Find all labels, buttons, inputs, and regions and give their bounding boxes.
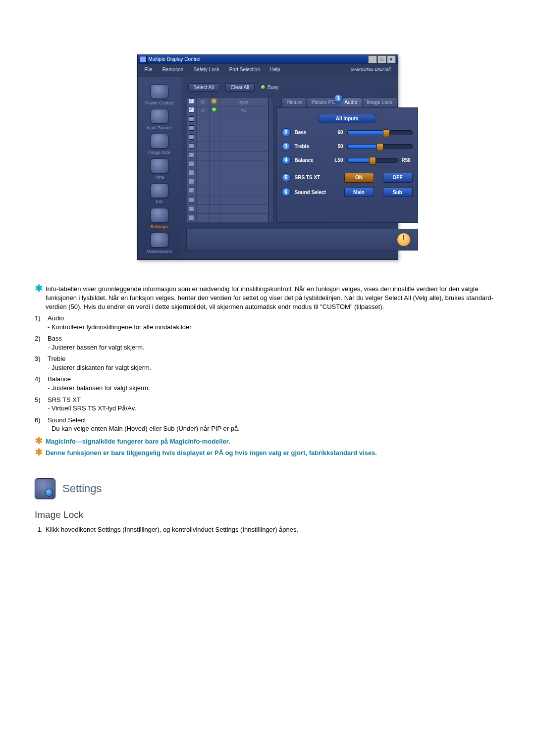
table-row[interactable] <box>186 187 268 196</box>
item-key: 6) <box>35 416 44 425</box>
row-checkbox[interactable] <box>189 125 194 131</box>
bass-slider[interactable] <box>347 130 413 135</box>
sidebar: Power Control Input Source Image Size Ti… <box>138 77 181 260</box>
table-row[interactable] <box>186 151 268 160</box>
grid-scrollbar[interactable] <box>268 98 273 223</box>
callout-6: 6 <box>282 188 291 197</box>
tab-audio[interactable]: 1 Audio <box>339 98 363 107</box>
srs-on-button[interactable]: ON <box>344 173 374 183</box>
window-minimize-button[interactable]: _ <box>368 55 377 63</box>
app-window: Multiple Display Control _ □ × File Remo… <box>137 54 398 260</box>
sound-main-button[interactable]: Main <box>344 188 374 198</box>
callout-1: 1 <box>334 94 343 103</box>
menu-safety-lock[interactable]: Safety Lock <box>188 65 224 74</box>
row-checkbox[interactable] <box>189 179 194 184</box>
item-title: SRS TS XT <box>48 396 81 404</box>
sidebar-item-power-control[interactable]: Power Control <box>140 84 179 106</box>
header-checkbox[interactable] <box>189 99 194 104</box>
sidebar-item-settings[interactable]: Settings <box>140 208 179 230</box>
item-key: 2) <box>35 334 44 343</box>
power-icon[interactable] <box>397 233 411 247</box>
header-person-icon <box>212 99 216 103</box>
tab-picture[interactable]: Picture <box>281 98 308 107</box>
callout-2: 2 <box>282 128 291 137</box>
select-all-button[interactable]: Select All <box>188 83 219 92</box>
note-availability: Denne funksjonen er bare tilgjengelig hv… <box>46 449 377 457</box>
clear-all-button[interactable]: Clear All <box>225 83 255 92</box>
settings-icon <box>151 208 168 223</box>
sidebar-item-image-size[interactable]: Image Size <box>140 134 179 155</box>
item-desc: - Du kan velge enten Main (Hoved) eller … <box>48 424 500 433</box>
item-key: 5) <box>35 396 44 404</box>
note-magicinfo: MagicInfo—signalkilde fungerer bare på M… <box>46 437 230 446</box>
image-size-icon <box>151 134 168 149</box>
row-checkbox[interactable] <box>189 116 194 122</box>
row-checkbox[interactable] <box>189 143 194 149</box>
menu-file[interactable]: File <box>140 65 158 74</box>
item-desc: - Justerer diskanten for valgt skjerm. <box>48 363 500 372</box>
window-close-button[interactable]: × <box>387 55 396 63</box>
instructions-list: Klikk hovedikonet Settings (Innstillinge… <box>35 525 500 534</box>
table-row[interactable] <box>186 214 268 223</box>
menu-remocon[interactable]: Remocon <box>158 65 189 74</box>
row-checkbox[interactable] <box>189 188 194 193</box>
sidebar-item-pip[interactable]: PIP <box>140 183 179 205</box>
sidebar-item-time[interactable]: Time <box>140 158 179 180</box>
table-row[interactable]: 0 PC <box>186 106 268 115</box>
sidebar-item-maintenance[interactable]: Maintenance <box>140 233 179 254</box>
toolbar: Select All Clear All Busy <box>186 82 418 95</box>
balance-label: Balance <box>295 157 325 164</box>
table-row[interactable] <box>186 124 268 133</box>
row-checkbox[interactable] <box>189 197 194 202</box>
item-key: 4) <box>35 375 44 384</box>
row-checkbox[interactable] <box>189 134 194 140</box>
table-row[interactable] <box>186 196 268 205</box>
bass-thumb[interactable] <box>383 129 390 137</box>
table-row[interactable] <box>186 133 268 142</box>
row-checkbox[interactable] <box>189 107 194 112</box>
pip-icon <box>151 183 168 198</box>
item-desc: - Justerer bassen for valgt skjerm. <box>48 343 500 352</box>
bass-value: 60 <box>329 129 343 136</box>
sound-select-label: Sound Select <box>295 189 334 196</box>
row-checkbox[interactable] <box>189 152 194 157</box>
menubar: File Remocon Safety Lock Port Selection … <box>138 64 398 77</box>
col-check <box>186 98 196 106</box>
row-id: 0 <box>196 106 209 115</box>
table-row[interactable] <box>186 142 268 151</box>
row-checkbox[interactable] <box>189 215 194 220</box>
list-item: 3) Treble <box>35 354 500 363</box>
treble-row: 3 Treble 50 <box>282 142 413 151</box>
menu-help[interactable]: Help <box>265 65 285 74</box>
window-maximize-button[interactable]: □ <box>377 55 386 63</box>
treble-thumb[interactable] <box>376 143 383 151</box>
table-row[interactable] <box>186 178 268 187</box>
sidebar-label-maintenance: Maintenance <box>147 249 172 254</box>
sidebar-label-settings: Settings <box>151 224 168 230</box>
sound-sub-button[interactable]: Sub <box>383 188 413 198</box>
star-icon: ✱ <box>35 285 42 311</box>
table-row[interactable] <box>186 205 268 214</box>
row-checkbox[interactable] <box>189 206 194 211</box>
sidebar-item-input-source[interactable]: Input Source <box>140 109 179 131</box>
table-row[interactable] <box>186 169 268 178</box>
balance-right-value: R50 <box>402 157 413 164</box>
tab-image-lock[interactable]: Image Lock <box>361 98 398 107</box>
balance-thumb[interactable] <box>369 157 376 165</box>
section-subtitle: Image Lock <box>35 510 500 519</box>
callout-3: 3 <box>282 142 291 151</box>
tab-label-picture: Picture <box>287 100 302 105</box>
table-row[interactable] <box>186 160 268 169</box>
menu-port-selection[interactable]: Port Selection <box>224 65 265 74</box>
input-source-icon <box>151 109 168 124</box>
srs-off-button[interactable]: OFF <box>383 173 413 183</box>
table-row[interactable] <box>186 115 268 124</box>
row-checkbox[interactable] <box>189 170 194 175</box>
row-checkbox[interactable] <box>189 161 194 166</box>
item-desc: - Justerer balansen for valgt skjerm. <box>48 384 500 393</box>
item-title: Sound Select <box>48 416 86 425</box>
balance-slider[interactable] <box>347 158 398 163</box>
item-title: Bass <box>48 334 62 343</box>
treble-slider[interactable] <box>347 144 413 149</box>
tab-pane-audio: All Inputs 2 Bass 60 <box>276 107 418 223</box>
